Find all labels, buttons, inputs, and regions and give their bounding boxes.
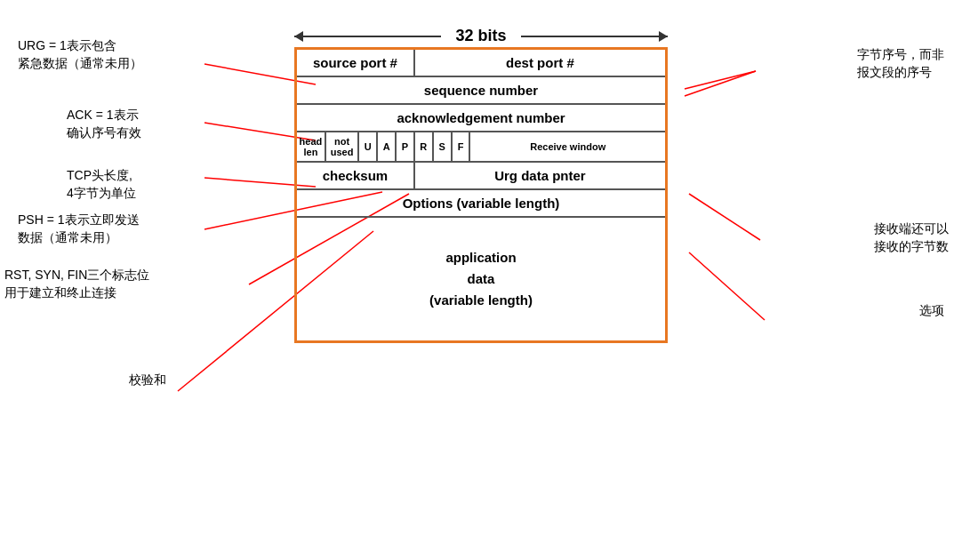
dest-port-cell: dest port # (414, 49, 667, 77)
ack-flag-cell: A (377, 132, 396, 162)
table-row: applicationdata(variable length) (296, 217, 667, 341)
options-annotation: 选项 (919, 302, 944, 320)
urg-flag-cell: U (358, 132, 377, 162)
checksum-cell: checksum (296, 162, 414, 189)
urg-annotation: URG = 1表示包含紧急数据（通常未用） (18, 37, 142, 72)
svg-line-6 (685, 71, 756, 89)
ack-flag-annotation: ACK = 1表示确认序号有效 (67, 107, 141, 141)
syn-flag-cell: S (433, 132, 452, 162)
table-row: checksum Urg data pnter (296, 162, 667, 189)
svg-line-7 (685, 71, 756, 96)
rst-syn-fin-annotation: RST, SYN, FIN三个标志位用于建立和终止连接 (4, 267, 149, 301)
bits-label: 32 bits (441, 27, 520, 45)
sequence-number-cell: sequence number (296, 76, 667, 104)
not-used-cell: notused (325, 132, 359, 162)
psh-annotation: PSH = 1表示立即发送数据（通常未用） (18, 212, 140, 246)
recv-bytes-annotation: 接收端还可以接收的字节数 (874, 220, 949, 255)
svg-line-8 (689, 194, 760, 240)
table-row: sequence number (296, 76, 667, 104)
ack-number-cell: acknowledgement number (296, 104, 667, 132)
head-len-annotation: TCP头长度,4字节为单位 (67, 167, 136, 202)
app-data-cell: applicationdata(variable length) (296, 217, 667, 341)
fin-flag-cell: F (452, 132, 470, 162)
svg-line-9 (689, 252, 765, 320)
receive-window-cell: Receive window (469, 132, 666, 162)
table-row: headlen notused U A P R S F Receive wind… (296, 132, 667, 162)
tcp-header-table: source port # dest port # sequence numbe… (294, 47, 668, 343)
byte-order-annotation: 字节序号，而非报文段的序号 (857, 46, 944, 81)
urg-data-cell: Urg data pnter (414, 162, 667, 189)
options-cell: Options (variable length) (296, 189, 667, 217)
head-len-cell: headlen (296, 132, 325, 162)
source-port-cell: source port # (296, 49, 414, 77)
psh-flag-cell: P (396, 132, 414, 162)
rst-flag-cell: R (414, 132, 433, 162)
checksum-annotation: 校验和 (129, 372, 166, 389)
table-row: source port # dest port # (296, 49, 667, 77)
table-row: acknowledgement number (296, 104, 667, 132)
table-row: Options (variable length) (296, 189, 667, 217)
tcp-diagram: 32 bits source port # dest port # sequen… (294, 27, 668, 343)
